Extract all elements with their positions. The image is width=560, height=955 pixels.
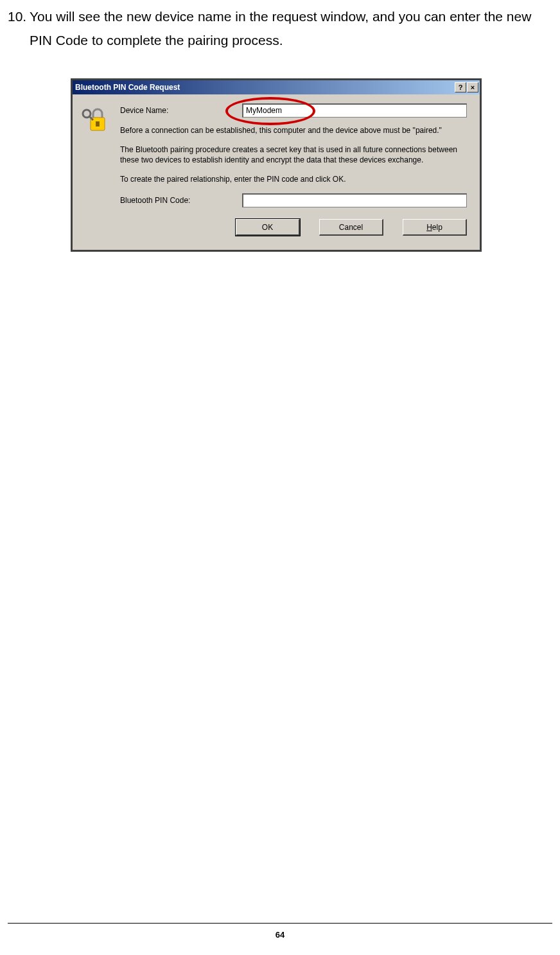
cancel-button[interactable]: Cancel bbox=[319, 219, 383, 236]
dialog-paragraph-2: The Bluetooth pairing procedure creates … bbox=[120, 145, 467, 165]
device-name-value: MyModem bbox=[246, 106, 282, 115]
device-name-field: MyModem bbox=[242, 103, 467, 118]
dialog-paragraph-3: To create the paired relationship, enter… bbox=[120, 174, 467, 184]
step-number: 10. bbox=[8, 5, 30, 53]
instruction-step: 10. You will see the new device name in … bbox=[8, 5, 552, 53]
titlebar-help-button[interactable]: ? bbox=[455, 82, 466, 92]
device-name-label: Device Name: bbox=[120, 106, 242, 115]
help-button-label: Help bbox=[426, 223, 442, 232]
pin-code-input[interactable] bbox=[242, 193, 467, 207]
page-footer: 64 bbox=[8, 923, 552, 940]
help-button[interactable]: Help bbox=[403, 219, 467, 236]
dialog-paragraph-1: Before a connection can be established, … bbox=[120, 125, 467, 136]
titlebar-close-button[interactable]: × bbox=[467, 82, 478, 92]
key-lock-icon bbox=[82, 106, 109, 133]
pin-code-label: Bluetooth PIN Code: bbox=[120, 196, 242, 205]
page-number: 64 bbox=[276, 930, 284, 940]
pin-request-dialog: Bluetooth PIN Code Request ? × bbox=[71, 78, 482, 252]
dialog-titlebar: Bluetooth PIN Code Request ? × bbox=[73, 80, 480, 94]
ok-button[interactable]: OK bbox=[236, 219, 300, 236]
svg-rect-1 bbox=[96, 121, 100, 127]
step-text: You will see the new device name in the … bbox=[30, 5, 552, 53]
dialog-title: Bluetooth PIN Code Request bbox=[75, 83, 455, 92]
